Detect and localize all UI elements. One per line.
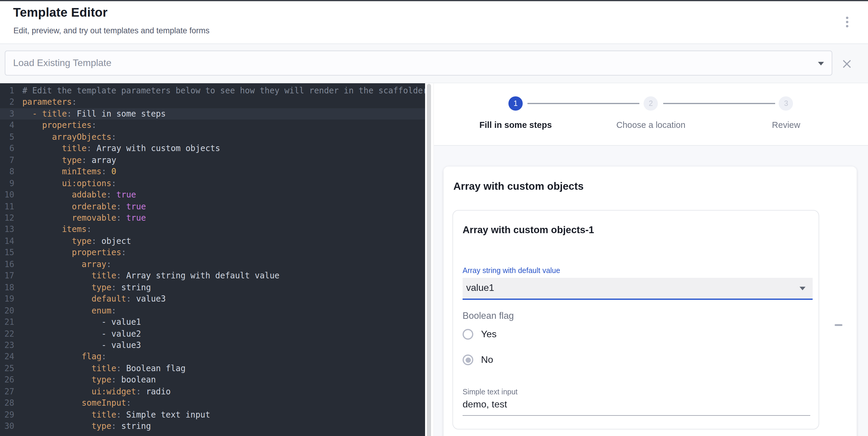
- code-text: title: Simple text input: [22, 409, 210, 421]
- code-line[interactable]: 3 - title: Fill in some steps: [0, 108, 425, 120]
- code-line[interactable]: 23 - value3: [0, 340, 425, 351]
- line-number: 6: [0, 143, 14, 155]
- editor-scrollbar-thumb[interactable]: [427, 84, 431, 436]
- code-line[interactable]: 19 default: value3: [0, 293, 425, 305]
- code-text: enum:: [22, 305, 116, 316]
- code-text: type: string: [22, 282, 151, 293]
- line-number: 21: [0, 316, 14, 328]
- kebab-menu-icon: [846, 25, 848, 27]
- minus-icon: [834, 325, 842, 326]
- code-text: type: string: [22, 421, 151, 432]
- code-line[interactable]: 5 arrayObjects:: [0, 131, 425, 143]
- code-line[interactable]: 10 addable: true: [0, 189, 425, 201]
- code-text: properties:: [22, 247, 126, 259]
- code-line[interactable]: 9 ui:options:: [0, 177, 425, 189]
- code-text: minItems: 0: [22, 166, 116, 177]
- code-text: - value2: [22, 328, 141, 340]
- line-number: 3: [0, 108, 14, 120]
- line-number: 10: [0, 189, 14, 201]
- code-line[interactable]: 21 - value1: [0, 316, 425, 328]
- code-line[interactable]: 11 orderable: true: [0, 201, 425, 212]
- radio-option-yes[interactable]: Yes: [463, 327, 641, 341]
- code-line[interactable]: 17 title: Array string with default valu…: [0, 270, 425, 282]
- line-number: 11: [0, 201, 14, 212]
- dropdown-arrow-icon: [818, 62, 824, 65]
- kebab-menu-icon: [846, 21, 848, 23]
- select-field-label: Array string with default value: [463, 266, 560, 274]
- code-text: - value3: [22, 340, 141, 351]
- line-number: 1: [0, 85, 14, 97]
- code-line[interactable]: 22 - value2: [0, 328, 425, 340]
- step-number-badge: 1: [508, 96, 523, 111]
- code-text: # Edit the template parameters below to …: [22, 85, 425, 97]
- boolean-flag-radio-group: YesNo: [463, 327, 641, 378]
- code-line[interactable]: 25 title: Boolean flag: [0, 363, 425, 374]
- form-preview-area: Array with custom objects Array with cus…: [434, 146, 868, 436]
- radio-checked-icon[interactable]: [463, 355, 473, 365]
- code-line[interactable]: 28 someInput:: [0, 397, 425, 409]
- code-line[interactable]: 12 removable: true: [0, 212, 425, 224]
- line-number: 2: [0, 97, 14, 108]
- code-text: - title: Fill in some steps: [22, 108, 166, 120]
- line-number: 23: [0, 340, 14, 351]
- code-line[interactable]: 8 minItems: 0: [0, 166, 425, 177]
- load-template-bar: Load Existing Template: [0, 44, 868, 83]
- page-scaler: Template Editor Edit, preview, and try o…: [0, 0, 868, 436]
- radio-option-label: Yes: [481, 329, 497, 340]
- code-line[interactable]: 15 properties:: [0, 247, 425, 259]
- radio-unchecked-icon[interactable]: [463, 329, 473, 340]
- line-number: 4: [0, 120, 14, 131]
- step-number-badge: 3: [779, 96, 793, 111]
- template-editor-page: Template Editor Edit, preview, and try o…: [0, 0, 868, 436]
- load-template-placeholder: Load Existing Template: [5, 58, 832, 68]
- load-template-select[interactable]: Load Existing Template: [5, 51, 832, 75]
- code-line[interactable]: 16 array:: [0, 259, 425, 270]
- code-line[interactable]: 14 type: object: [0, 236, 425, 247]
- yaml-code-editor[interactable]: 1# Edit the template parameters below to…: [0, 83, 425, 436]
- code-line[interactable]: 1# Edit the template parameters below to…: [0, 85, 425, 97]
- simple-text-input[interactable]: demo, test: [463, 397, 810, 415]
- code-line[interactable]: 4 properties:: [0, 120, 425, 131]
- radio-option-no[interactable]: No: [463, 353, 641, 367]
- code-text: type: array: [22, 154, 116, 166]
- page-title: Template Editor: [13, 5, 107, 20]
- code-line[interactable]: 6 title: Array with custom objects: [0, 143, 425, 155]
- radio-option-label: No: [481, 355, 493, 365]
- editor-scrollbar-track: [425, 83, 433, 436]
- line-number: 26: [0, 374, 14, 386]
- code-line[interactable]: 18 type: string: [0, 282, 425, 293]
- line-number: 20: [0, 305, 14, 316]
- line-number: 14: [0, 236, 14, 247]
- page-subtitle: Edit, preview, and try out templates and…: [13, 26, 210, 35]
- code-line[interactable]: 20 enum:: [0, 305, 425, 316]
- more-options-button[interactable]: [836, 11, 859, 33]
- line-number: 9: [0, 177, 14, 189]
- clear-template-button[interactable]: [838, 55, 856, 73]
- code-line[interactable]: 24 flag:: [0, 351, 425, 363]
- code-line[interactable]: 29 title: Simple text input: [0, 409, 425, 421]
- stepper-steps: 1Fill in some steps2Choose a location3Re…: [448, 83, 854, 145]
- code-line[interactable]: 30 type: string: [0, 421, 425, 432]
- line-number: 15: [0, 247, 14, 259]
- array-section-title: Array with custom objects: [453, 180, 584, 193]
- code-text: title: Array string with default value: [22, 270, 280, 282]
- code-text: ui:widget: radio: [22, 386, 170, 398]
- select-field-value: value1: [466, 278, 494, 298]
- line-number: 8: [0, 166, 14, 177]
- radio-field-label: Boolean flag: [463, 310, 514, 321]
- array-string-select[interactable]: value1: [463, 278, 813, 300]
- stepper-step: 3Review: [719, 83, 854, 145]
- code-text: - value1: [22, 316, 141, 328]
- code-line[interactable]: 27 ui:widget: radio: [0, 386, 425, 398]
- code-line[interactable]: 26 type: boolean: [0, 374, 425, 386]
- line-number: 17: [0, 270, 14, 282]
- code-text: type: object: [22, 236, 131, 247]
- line-number: 27: [0, 386, 14, 398]
- code-line[interactable]: 7 type: array: [0, 154, 425, 166]
- code-text: ui:options:: [22, 177, 116, 189]
- code-text: title: Boolean flag: [22, 363, 185, 374]
- remove-item-button[interactable]: [827, 314, 849, 336]
- stepper-step: 2Choose a location: [583, 83, 718, 145]
- code-line[interactable]: 13 items:: [0, 224, 425, 236]
- code-line[interactable]: 2parameters:: [0, 97, 425, 108]
